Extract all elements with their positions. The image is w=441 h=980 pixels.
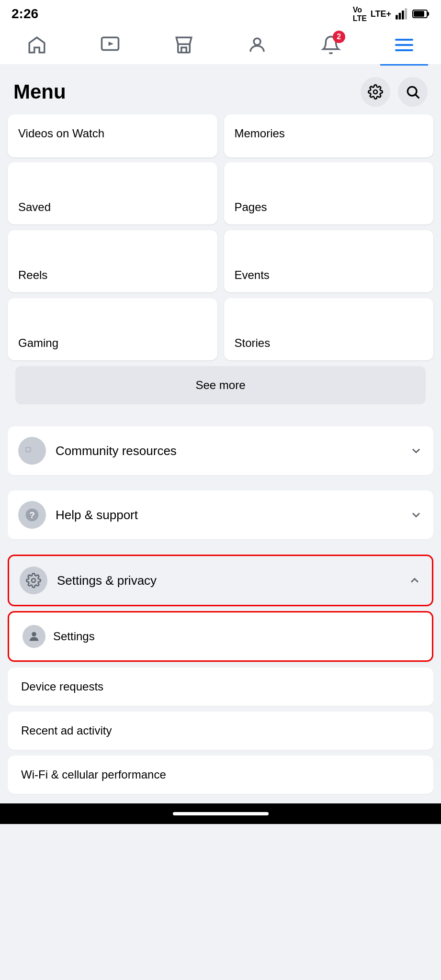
svg-text:?: ? (29, 510, 34, 520)
lte-plus-indicator: LTE+ (371, 9, 391, 19)
status-icons: VoLTE LTE+ (353, 5, 430, 22)
gear-icon (368, 84, 383, 100)
divider-3 (0, 544, 441, 551)
community-resources-row[interactable]: Community resources (8, 426, 433, 475)
settings-privacy-section: Settings & privacy Settings (0, 551, 441, 803)
svg-rect-14 (26, 447, 30, 451)
svg-point-11 (407, 87, 417, 96)
grid-item-events[interactable]: Events (224, 230, 434, 292)
menu-icon (392, 33, 417, 57)
settings-user-icon-circle (23, 625, 45, 648)
signal-icon (395, 7, 408, 21)
svg-point-9 (254, 38, 260, 45)
grid-row-1: Saved Pages (8, 162, 433, 224)
status-time: 2:26 (11, 6, 38, 22)
help-icon-circle: ? (18, 501, 46, 529)
svg-marker-8 (109, 42, 114, 46)
community-chevron-icon (409, 444, 423, 457)
home-indicator (0, 803, 441, 824)
help-icon: ? (24, 507, 40, 523)
grid-item-stories[interactable]: Stories (224, 298, 434, 360)
grid-item-saved[interactable]: Saved (8, 162, 217, 224)
svg-rect-2 (402, 11, 404, 20)
settings-privacy-row[interactable]: Settings & privacy (8, 555, 433, 606)
content-area: Menu Videos on Watch Mem (0, 66, 441, 803)
community-resources-section: Community resources (0, 423, 441, 480)
settings-privacy-gear-icon (26, 573, 41, 588)
menu-header: Menu (0, 66, 441, 114)
help-support-row[interactable]: ? Help & support (8, 490, 433, 539)
svg-point-10 (373, 90, 377, 94)
settings-sub-recent-ad[interactable]: Recent ad activity (8, 712, 433, 750)
nav-home[interactable] (13, 30, 61, 60)
settings-privacy-chevron-up-icon (408, 574, 421, 587)
watch-icon (98, 33, 123, 57)
notifications-icon: 2 (318, 33, 343, 57)
help-support-label: Help & support (56, 508, 409, 523)
header-action-icons (361, 77, 428, 107)
grid-item-gaming[interactable]: Gaming (8, 298, 217, 360)
search-icon-button[interactable] (398, 77, 428, 107)
grid-item-memories[interactable]: Memories (224, 114, 434, 157)
grid-row-2: Reels Events (8, 230, 433, 292)
svg-line-12 (416, 95, 419, 98)
svg-point-17 (32, 579, 35, 582)
grid-item-reels[interactable]: Reels (8, 230, 217, 292)
nav-bar: 2 (0, 26, 441, 66)
settings-sub-items: Settings Device requests Recent ad activ… (0, 606, 441, 794)
svg-rect-0 (396, 15, 398, 19)
volte-indicator: VoLTE (353, 5, 367, 22)
nav-menu[interactable] (380, 30, 428, 60)
svg-rect-1 (399, 13, 401, 20)
notification-badge: 2 (333, 31, 345, 43)
profile-icon (245, 33, 270, 57)
help-support-section: ? Help & support (0, 487, 441, 544)
divider-2 (0, 480, 441, 487)
grid-partial-row: Videos on Watch Memories (8, 114, 433, 157)
settings-sub-wifi-cellular[interactable]: Wi-Fi & cellular performance (8, 756, 433, 794)
svg-rect-6 (414, 11, 424, 17)
status-bar: 2:26 VoLTE LTE+ (0, 0, 441, 26)
settings-icon-button[interactable] (361, 77, 390, 107)
svg-rect-3 (405, 8, 407, 19)
grid-row-3: Gaming Stories (8, 298, 433, 360)
divider-1 (0, 416, 441, 423)
svg-point-18 (32, 632, 36, 636)
help-chevron-icon (409, 508, 423, 522)
settings-sub-device-requests[interactable]: Device requests (8, 668, 433, 706)
menu-title: Menu (13, 80, 66, 103)
nav-watch[interactable] (86, 30, 134, 60)
settings-privacy-icon-circle (20, 567, 47, 594)
marketplace-icon (171, 33, 196, 57)
settings-sub-settings[interactable]: Settings (8, 611, 433, 662)
home-bar (173, 812, 269, 815)
grid-item-videos-on-watch[interactable]: Videos on Watch (8, 114, 217, 157)
user-circle-icon (27, 630, 41, 643)
see-more-button[interactable]: See more (15, 366, 426, 404)
search-icon (405, 84, 420, 100)
community-icon-circle (18, 437, 46, 465)
community-resources-label: Community resources (56, 444, 409, 458)
svg-rect-5 (427, 12, 429, 16)
home-icon (24, 33, 49, 57)
nav-marketplace[interactable] (160, 30, 208, 60)
settings-privacy-label: Settings & privacy (57, 573, 408, 588)
nav-profile[interactable] (233, 30, 281, 60)
nav-notifications[interactable]: 2 (307, 30, 355, 60)
shortcut-grid: Videos on Watch Memories Saved Pages Ree… (0, 114, 441, 416)
grid-item-pages[interactable]: Pages (224, 162, 434, 224)
battery-icon (412, 9, 430, 19)
community-icon (24, 443, 40, 458)
